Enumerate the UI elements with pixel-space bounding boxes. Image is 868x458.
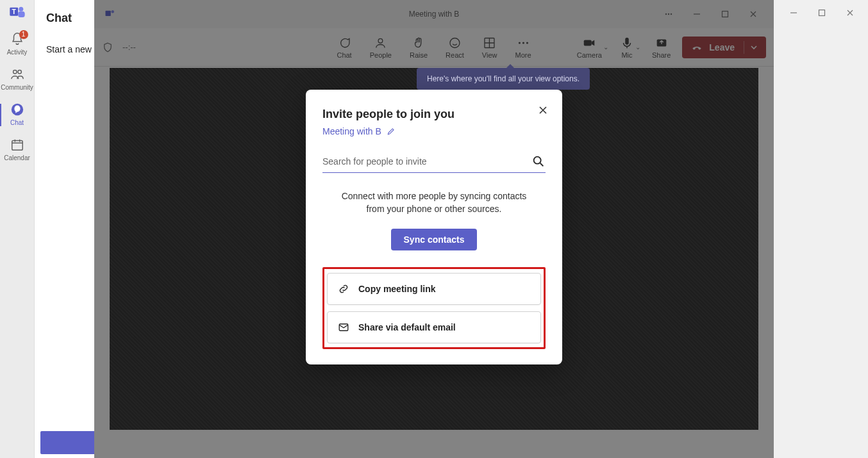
outer-window-controls — [780, 4, 864, 22]
svg-rect-9 — [819, 10, 825, 16]
meeting-window: Meeting with B --:-- Chat People Raise R… — [94, 0, 774, 458]
bell-icon: 1 — [10, 32, 24, 46]
search-icon[interactable] — [531, 154, 546, 168]
rail-label: Calendar — [4, 154, 30, 161]
rail-activity[interactable]: 1 Activity — [0, 27, 35, 62]
dialog-meeting-name[interactable]: Meeting with B — [322, 126, 546, 136]
svg-text:T: T — [12, 8, 16, 15]
copy-link-button[interactable]: Copy meeting link — [327, 273, 541, 305]
rail-label: Chat — [10, 119, 24, 126]
outer-minimize-button[interactable] — [780, 4, 808, 22]
svg-rect-3 — [18, 12, 24, 17]
dialog-title: Invite people to join you — [322, 108, 546, 121]
edit-icon — [387, 127, 396, 136]
rail-label: Activity — [7, 49, 28, 56]
chat-icon — [10, 102, 24, 117]
dialog-body: Connect with more people by syncing cont… — [322, 190, 546, 216]
invite-dialog: Invite people to join you Meeting with B… — [306, 90, 562, 364]
outer-close-button[interactable] — [836, 4, 864, 22]
sync-contacts-button[interactable]: Sync contacts — [391, 229, 478, 250]
community-icon — [10, 67, 24, 81]
activity-badge: 1 — [19, 30, 28, 39]
svg-point-2 — [19, 7, 23, 12]
outer-maximize-button[interactable] — [808, 4, 836, 22]
svg-rect-7 — [12, 141, 22, 151]
svg-point-4 — [13, 70, 16, 74]
mail-icon — [338, 322, 349, 333]
rail-community[interactable]: Community — [0, 62, 35, 97]
svg-point-5 — [17, 70, 21, 74]
highlight-box: Copy meeting link Share via default emai… — [322, 267, 546, 349]
rail-chat[interactable]: Chat — [0, 97, 35, 133]
share-email-button[interactable]: Share via default email — [327, 311, 541, 343]
teams-logo-icon: T — [8, 4, 26, 22]
view-tooltip: Here's where you'll find all your view o… — [417, 68, 590, 90]
svg-point-28 — [534, 157, 541, 164]
app-rail: T 1 Activity Community Chat Calendar — [0, 0, 35, 458]
rail-calendar[interactable]: Calendar — [0, 133, 35, 168]
search-input[interactable] — [322, 156, 531, 167]
calendar-icon — [10, 138, 24, 152]
rail-label: Community — [1, 84, 33, 91]
dialog-close-button[interactable] — [535, 102, 551, 118]
link-icon — [338, 283, 349, 295]
search-field[interactable] — [322, 151, 546, 173]
